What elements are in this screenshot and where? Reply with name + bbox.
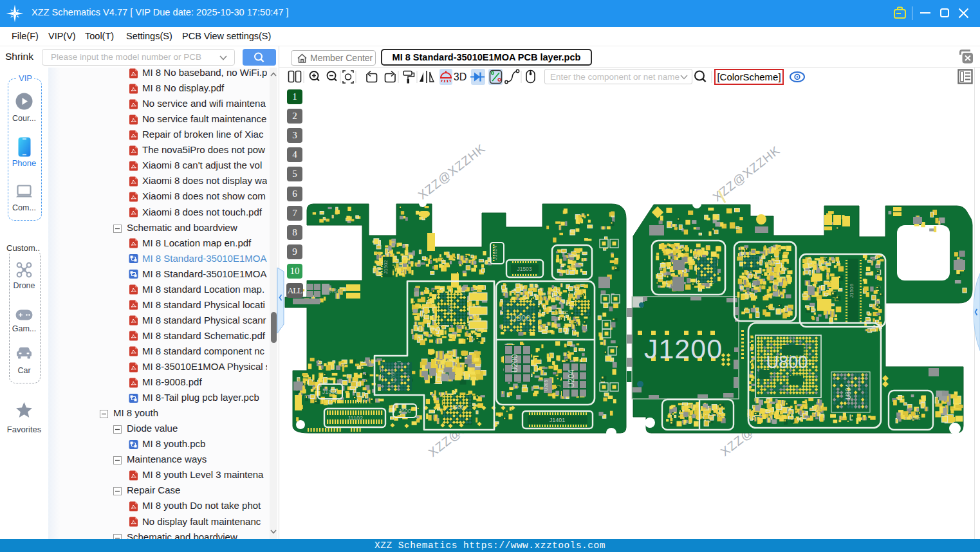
svg-text:U400: U400 xyxy=(763,260,776,266)
svg-text:601: 601 xyxy=(447,304,453,313)
svg-text:U804: U804 xyxy=(845,384,852,400)
svg-text:U700: U700 xyxy=(390,369,396,383)
svg-text:XZZ@XZZHK: XZZ@XZZHK xyxy=(416,142,488,202)
svg-text:L600: L600 xyxy=(451,404,464,410)
svg-text:J1502: J1502 xyxy=(383,260,389,274)
svg-text:XTS01: XTS01 xyxy=(328,288,343,294)
svg-text:U300: U300 xyxy=(510,313,530,323)
svg-text:J1506: J1506 xyxy=(849,284,855,298)
svg-text:J1200: J1200 xyxy=(644,333,723,364)
svg-text:3D: 3D xyxy=(454,71,467,82)
svg-text:J1102: J1102 xyxy=(347,415,363,421)
svg-text:J600: J600 xyxy=(398,408,411,414)
svg-text:J1624: J1624 xyxy=(492,246,498,260)
svg-text:J1503: J1503 xyxy=(517,266,532,272)
svg-text:L624: L624 xyxy=(910,416,921,421)
svg-text:J1401: J1401 xyxy=(550,417,566,423)
svg-text:U204: U204 xyxy=(567,369,576,388)
svg-text:U200: U200 xyxy=(510,354,519,373)
svg-text:J1301: J1301 xyxy=(322,389,338,395)
svg-text:U800: U800 xyxy=(766,353,808,372)
svg-text:U205: U205 xyxy=(544,380,548,391)
